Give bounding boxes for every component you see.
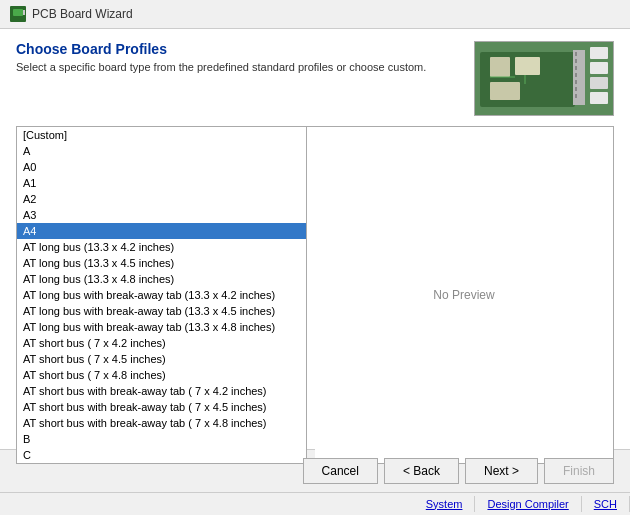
- status-design-compiler[interactable]: Design Compiler: [475, 496, 581, 512]
- list-item[interactable]: AT long bus with break-away tab (13.3 x …: [17, 287, 306, 303]
- header-subtitle: Select a specific board type from the pr…: [16, 61, 474, 73]
- list-item[interactable]: C: [17, 447, 306, 463]
- list-item[interactable]: AT long bus (13.3 x 4.5 inches): [17, 255, 306, 271]
- svg-rect-9: [575, 52, 577, 56]
- status-system[interactable]: System: [414, 496, 476, 512]
- list-item[interactable]: A3: [17, 207, 306, 223]
- list-item[interactable]: A4: [17, 223, 306, 239]
- svg-rect-7: [490, 82, 520, 100]
- list-item[interactable]: AT short bus with break-away tab ( 7 x 4…: [17, 399, 306, 415]
- svg-rect-13: [575, 80, 577, 84]
- status-bar: System Design Compiler SCH: [0, 492, 630, 514]
- no-preview-label: No Preview: [433, 288, 494, 302]
- svg-rect-18: [590, 77, 608, 89]
- list-item[interactable]: AT short bus with break-away tab ( 7 x 4…: [17, 415, 306, 431]
- back-button[interactable]: < Back: [384, 458, 459, 484]
- header-title: Choose Board Profiles: [16, 41, 474, 57]
- svg-rect-15: [575, 94, 577, 98]
- panels: [Custom]AA0A1A2A3A4AT long bus (13.3 x 4…: [16, 126, 614, 464]
- title-bar: PCB Board Wizard: [0, 0, 630, 29]
- svg-rect-16: [590, 47, 608, 59]
- list-item[interactable]: A: [17, 143, 306, 159]
- list-panel: [Custom]AA0A1A2A3A4AT long bus (13.3 x 4…: [17, 127, 307, 463]
- list-item[interactable]: [Custom]: [17, 127, 306, 143]
- list-item[interactable]: AT long bus with break-away tab (13.3 x …: [17, 319, 306, 335]
- list-item[interactable]: AT long bus (13.3 x 4.2 inches): [17, 239, 306, 255]
- list-item[interactable]: AT short bus ( 7 x 4.5 inches): [17, 351, 306, 367]
- pcb-wizard-icon: [10, 6, 26, 22]
- main-content: Choose Board Profiles Select a specific …: [0, 29, 630, 449]
- svg-rect-8: [573, 50, 585, 105]
- list-item[interactable]: AT short bus ( 7 x 4.2 inches): [17, 335, 306, 351]
- list-item[interactable]: B: [17, 431, 306, 447]
- svg-rect-1: [13, 9, 23, 16]
- list-item[interactable]: AT short bus with break-away tab ( 7 x 4…: [17, 383, 306, 399]
- preview-panel: No Preview: [315, 127, 613, 463]
- svg-rect-6: [515, 57, 540, 75]
- header-section: Choose Board Profiles Select a specific …: [16, 41, 614, 116]
- pcb-illustration: [475, 42, 614, 116]
- header-image: [474, 41, 614, 116]
- list-item[interactable]: A1: [17, 175, 306, 191]
- list-item[interactable]: AT long bus (13.3 x 4.8 inches): [17, 271, 306, 287]
- next-button[interactable]: Next >: [465, 458, 538, 484]
- svg-rect-14: [575, 87, 577, 91]
- svg-rect-12: [575, 73, 577, 77]
- board-profiles-list[interactable]: [Custom]AA0A1A2A3A4AT long bus (13.3 x 4…: [17, 127, 306, 463]
- svg-rect-11: [575, 66, 577, 70]
- header-text: Choose Board Profiles Select a specific …: [16, 41, 474, 73]
- svg-rect-5: [490, 57, 510, 77]
- list-item[interactable]: AT short bus ( 7 x 4.8 inches): [17, 367, 306, 383]
- status-sch[interactable]: SCH: [582, 496, 630, 512]
- list-item[interactable]: A2: [17, 191, 306, 207]
- svg-rect-2: [23, 10, 25, 15]
- list-item[interactable]: A0: [17, 159, 306, 175]
- list-item[interactable]: AT long bus with break-away tab (13.3 x …: [17, 303, 306, 319]
- svg-rect-19: [590, 92, 608, 104]
- finish-button[interactable]: Finish: [544, 458, 614, 484]
- svg-rect-17: [590, 62, 608, 74]
- title-bar-text: PCB Board Wizard: [32, 7, 133, 21]
- cancel-button[interactable]: Cancel: [303, 458, 378, 484]
- svg-rect-10: [575, 59, 577, 63]
